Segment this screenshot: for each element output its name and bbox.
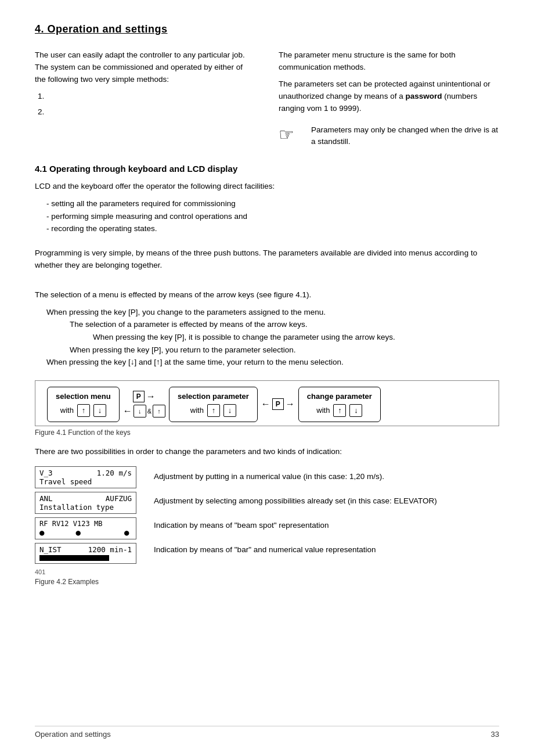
down-btn-return: ↓ xyxy=(134,405,146,417)
intro-list-item-1 xyxy=(46,91,255,103)
lcd2-subtext: Installation type xyxy=(39,503,132,512)
lcd3-row2: ● ● ● xyxy=(39,528,132,537)
figure42-num: 401 xyxy=(35,568,136,575)
p-arrow-bidirectional: ← P → xyxy=(261,398,295,410)
lcd-display-3: RF RV12 V123 MB ● ● ● xyxy=(35,517,136,539)
section41-indent3a: When pressing the key [P], it is possibl… xyxy=(93,331,499,344)
example-desc-4: Indication by means of "bar" and numeric… xyxy=(154,539,499,560)
figure42-caption: Figure 4.2 Examples xyxy=(35,578,499,586)
section41-list-item-2: - performing simple measuring and contro… xyxy=(46,210,499,223)
page-title: 4. Operation and settings xyxy=(35,23,499,35)
down-arrow-1: ↓ xyxy=(93,404,106,417)
box1-line1: selection menu xyxy=(56,392,111,401)
down-arrow-2: ↓ xyxy=(223,404,236,417)
p-button-2: P xyxy=(272,398,284,410)
section41-indent1a: When pressing the key [P], you change to… xyxy=(46,306,499,319)
lcd-displays: V_3 1.20 m/s Travel speed ANL AUFZUG Ins… xyxy=(35,466,136,575)
intro-section: The user can easily adapt the controller… xyxy=(35,49,499,147)
figure42-examples: V_3 1.20 m/s Travel speed ANL AUFZUG Ins… xyxy=(35,466,499,575)
footer-left: Operation and settings xyxy=(35,730,111,739)
box3-line1: change parameter xyxy=(307,392,372,401)
footer-right: 33 xyxy=(491,730,499,739)
figure41-caption: Figure 4.1 Function of the keys xyxy=(35,429,499,437)
section41-indent1b: When pressing the key [↓] and [↑] at the… xyxy=(46,356,499,369)
box1-with-label: with xyxy=(60,406,74,415)
return-arrow: ← ↓ & ↑ xyxy=(123,405,165,417)
section41-heading: 4.1 Operating through keyboard and LCD d… xyxy=(35,164,499,174)
arrow-left-2: ← xyxy=(261,399,270,409)
box3-with-label: with xyxy=(316,406,330,415)
arrow-right-1: → xyxy=(146,391,156,402)
box2-line1: selection parameter xyxy=(178,392,249,401)
note-box: ☞ Parameters may only be changed when th… xyxy=(279,124,499,148)
selection-parameter-box: selection parameter with ↑ ↓ xyxy=(169,387,258,422)
lcd4-label: N_IST xyxy=(39,545,62,554)
intro-right: The parameter menu structure is the same… xyxy=(279,49,499,147)
down-arrow-3: ↓ xyxy=(349,404,362,417)
example-desc-2: Adjustment by selecting among possibilit… xyxy=(154,491,499,512)
up-arrow-2: ↑ xyxy=(207,404,220,417)
box2-with-label: with xyxy=(190,406,204,415)
intro-left-para1: The user can easily adapt the controller… xyxy=(35,49,255,86)
note-text: Parameters may only be changed when the … xyxy=(311,124,499,148)
selection-menu-box: selection menu with ↑ ↓ xyxy=(47,387,120,422)
lcd4-bar xyxy=(39,555,109,561)
intro-right-para2: The parameters set can be protected agai… xyxy=(279,78,499,115)
lcd-display-4: N_IST 1200 min-1 xyxy=(35,543,136,564)
section41-list-item-1: - setting all the parameters required fo… xyxy=(46,197,499,210)
and-label: & xyxy=(147,408,151,415)
lcd-display-1: V_3 1.20 m/s Travel speed xyxy=(35,466,136,488)
hand-icon: ☞ xyxy=(279,124,304,147)
lcd-display-2: ANL AUFZUG Installation type xyxy=(35,492,136,514)
intro-list xyxy=(46,91,255,118)
up-arrow-1: ↑ xyxy=(77,404,90,417)
section41-list: - setting all the parameters required fo… xyxy=(46,197,499,235)
lcd4-value: 1200 min-1 xyxy=(88,545,132,554)
section41-para3: The selection of a menu is effected by m… xyxy=(35,289,499,301)
arrow-right-2: → xyxy=(286,399,295,409)
change-parameter-box: change parameter with ↑ ↓ xyxy=(298,387,381,422)
lcd1-value: 1.20 m/s xyxy=(97,469,132,477)
arrow-left-return: ← xyxy=(123,406,132,416)
intro-left: The user can easily adapt the controller… xyxy=(35,49,255,147)
section41-indent2a: The selection of a parameter is effected… xyxy=(70,318,499,331)
lcd2-value: AUFZUG xyxy=(106,494,132,503)
page-footer: Operation and settings 33 xyxy=(35,726,499,739)
up-arrow-3: ↑ xyxy=(333,404,346,417)
lcd3-row1: RF RV12 V123 MB xyxy=(39,520,132,528)
lcd1-subtext: Travel speed xyxy=(39,477,132,486)
lcd2-label: ANL xyxy=(39,494,53,503)
section41-para-possibilities: There are two possibilities in order to … xyxy=(35,446,499,458)
figure41-diagram: selection menu with ↑ ↓ P → ← ↓ & ↑ sele… xyxy=(35,380,499,426)
up-btn-return: ↑ xyxy=(153,405,165,417)
section41-list-item-3: - recording the operating states. xyxy=(46,222,499,235)
section41-para2: Programming is very simple, by means of … xyxy=(35,247,499,272)
example-desc-3: Indication by means of "beam spot" repre… xyxy=(154,515,499,536)
section41-body: LCD and the keyboard offer the operator … xyxy=(35,181,499,369)
example-descriptions: Adjustment by putting in a numerical val… xyxy=(154,466,499,560)
example-desc-1: Adjustment by putting in a numerical val… xyxy=(154,466,499,487)
lcd1-label: V_3 xyxy=(39,469,53,477)
p-arrow-right: P → ← ↓ & ↑ xyxy=(123,391,165,417)
intro-list-item-2 xyxy=(46,106,255,118)
section41-para1: LCD and the keyboard offer the operator … xyxy=(35,181,499,193)
p-button-1: P xyxy=(133,391,145,402)
section41-indent2b: When pressing the key [P], you return to… xyxy=(70,344,499,357)
intro-right-para1: The parameter menu structure is the same… xyxy=(279,49,499,74)
